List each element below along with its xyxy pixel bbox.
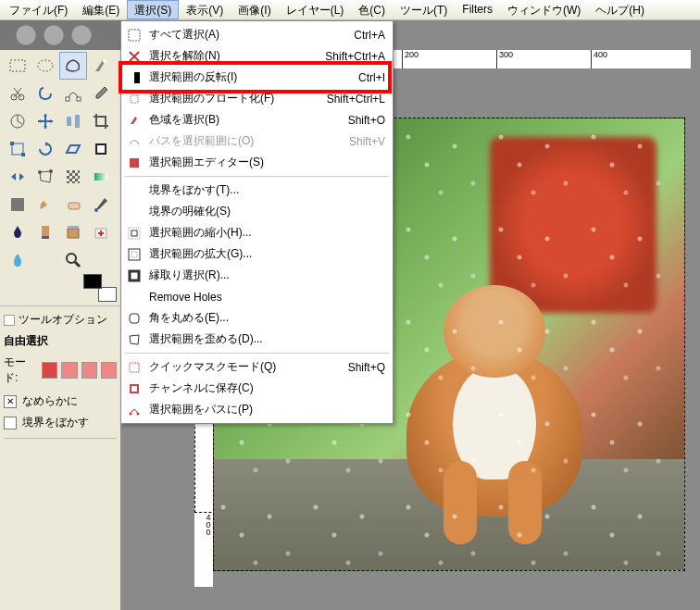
svg-rect-35 — [129, 228, 140, 239]
svg-rect-36 — [131, 230, 137, 236]
tool-ellipse-select[interactable] — [31, 52, 59, 80]
svg-rect-34 — [130, 158, 139, 168]
tool-foreground-select[interactable] — [31, 80, 59, 107]
tool-scissors[interactable] — [4, 80, 31, 107]
tool-handle-transform[interactable] — [87, 135, 115, 163]
menu-item-distort[interactable]: 選択範囲を歪める(D)... — [123, 329, 391, 350]
tool-fuzzy-select[interactable] — [87, 52, 115, 80]
select-menu-dropdown: すべて選択(A)Ctrl+A選択を解除(N)Shift+Ctrl+A選択範囲の反… — [120, 20, 394, 424]
tool-flip[interactable] — [4, 163, 31, 191]
svg-rect-40 — [130, 314, 139, 323]
menu-item-Remove Holes[interactable]: Remove Holes — [123, 286, 391, 307]
menu-ツール[interactable]: ツール(T) — [393, 0, 455, 19]
menu-ウィンドウ[interactable]: ウィンドウ(W) — [500, 0, 588, 19]
tool-rotate[interactable] — [31, 135, 59, 163]
menu-item-editor[interactable]: 選択範囲エディター(S) — [123, 152, 391, 173]
tool-eraser[interactable] — [59, 191, 87, 218]
svg-point-44 — [130, 412, 132, 415]
by-color-icon — [127, 113, 142, 128]
tool-options-panel: ツールオプション 自由選択 モード: ✕ なめらかに 境界をぼかす — [0, 305, 120, 443]
menu-ヘルプ[interactable]: ヘルプ(H) — [588, 0, 652, 19]
shrink-icon — [127, 226, 142, 241]
menu-item-to-path[interactable]: 選択範囲をパスに(P) — [123, 399, 391, 420]
menu-item-quickmask[interactable]: クイックマスクモード(Q)Shift+Q — [123, 356, 391, 378]
tool-free-select[interactable] — [59, 52, 87, 80]
tool-airbrush[interactable] — [87, 191, 115, 218]
tool-color-picker[interactable] — [87, 80, 115, 107]
tool-shear[interactable] — [59, 135, 87, 163]
menu-item-select-all[interactable]: すべて選択(A)Ctrl+A — [123, 24, 391, 45]
tool-pencil[interactable] — [4, 191, 31, 218]
tool-cage[interactable] — [31, 163, 59, 191]
mode-intersect[interactable] — [101, 362, 117, 379]
blank-icon — [127, 290, 142, 305]
tool-ink[interactable] — [4, 218, 31, 246]
tool-align[interactable] — [59, 107, 87, 135]
tool-paths[interactable] — [59, 80, 87, 107]
tool-smudge[interactable] — [4, 246, 31, 274]
menu-item-境界をぼかす(T)...[interactable]: 境界をぼかす(T)... — [123, 180, 391, 201]
menu-item-grow[interactable]: 選択範囲の拡大(G)... — [123, 243, 391, 265]
mode-add[interactable] — [61, 362, 77, 379]
svg-rect-39 — [130, 271, 139, 280]
tool-text[interactable] — [87, 246, 115, 274]
menu-色[interactable]: 色(C) — [351, 0, 393, 19]
tool-move[interactable] — [31, 107, 59, 135]
svg-rect-30 — [129, 30, 140, 41]
tool-paintbrush[interactable] — [31, 191, 59, 218]
antialias-label: なめらかに — [22, 393, 78, 409]
tool-measure[interactable] — [4, 107, 31, 135]
tool-clone[interactable] — [59, 218, 87, 246]
tool-heal[interactable] — [87, 218, 115, 246]
menu-item-rounded[interactable]: 角を丸める(E)... — [123, 307, 391, 329]
svg-rect-12 — [21, 153, 25, 156]
mode-replace[interactable] — [42, 362, 57, 379]
menubar: ファイル(F)編集(E)選択(S)表示(V)画像(I)レイヤー(L)色(C)ツー… — [0, 0, 700, 20]
tool-blur[interactable] — [31, 246, 59, 274]
menu-レイヤー[interactable]: レイヤー(L) — [279, 0, 352, 19]
grow-icon — [127, 247, 142, 262]
canvas-area[interactable]: 0100200300400 400 すべて選択(A)Ctrl+A選択を解除(N)… — [120, 20, 700, 610]
tool-gradient[interactable] — [87, 163, 115, 191]
mode-subtract[interactable] — [81, 362, 97, 379]
menu-item-invert[interactable]: 選択範囲の反転(I)Ctrl+I — [123, 67, 391, 88]
menu-item-境界の明確化(S)[interactable]: 境界の明確化(S) — [123, 201, 391, 222]
svg-point-23 — [94, 208, 98, 212]
tool-dodge[interactable] — [59, 246, 87, 274]
menu-filters[interactable]: Filters — [455, 0, 500, 19]
fg-bg-color[interactable] — [83, 274, 117, 302]
svg-rect-8 — [67, 117, 71, 126]
menu-item-border[interactable]: 縁取り選択(R)... — [123, 265, 391, 286]
menu-item-shrink[interactable]: 選択範囲の縮小(H)... — [123, 222, 391, 243]
svg-rect-5 — [66, 97, 69, 101]
tool-crop[interactable] — [87, 107, 115, 135]
svg-rect-26 — [68, 229, 79, 238]
menu-ファイル[interactable]: ファイル(F) — [2, 0, 75, 19]
quickmask-icon — [127, 360, 142, 375]
tool-bucket[interactable] — [59, 163, 87, 191]
feather-checkbox[interactable] — [4, 417, 17, 429]
tool-unified-transform[interactable] — [4, 135, 31, 163]
svg-rect-43 — [131, 386, 137, 392]
tool-mypaint[interactable] — [31, 218, 59, 246]
svg-rect-14 — [97, 145, 105, 153]
menu-表示[interactable]: 表示(V) — [179, 0, 231, 19]
menu-編集[interactable]: 編集(E) — [75, 0, 127, 19]
menu-item-float[interactable]: 選択範囲のフロート化(F)Shift+Ctrl+L — [123, 88, 391, 109]
antialias-checkbox[interactable]: ✕ — [4, 395, 17, 408]
menu-item-to-channel[interactable]: チャンネルに保存(C) — [123, 378, 391, 399]
menu-item-deselect[interactable]: 選択を解除(N)Shift+Ctrl+A — [123, 45, 391, 67]
toolbox — [0, 50, 120, 305]
menu-選択[interactable]: 選択(S) — [127, 0, 179, 19]
invert-icon — [127, 70, 142, 85]
menu-画像[interactable]: 画像(I) — [231, 0, 278, 19]
svg-rect-41 — [130, 363, 139, 372]
editor-icon — [127, 156, 142, 170]
deselect-icon — [127, 49, 142, 64]
distort-icon — [127, 332, 142, 347]
tool-rect-select[interactable] — [4, 52, 31, 80]
float-icon — [127, 92, 142, 106]
menu-item-by-color[interactable]: 色域を選択(B)Shift+O — [123, 109, 391, 131]
svg-rect-25 — [42, 236, 49, 239]
svg-rect-6 — [77, 97, 81, 101]
